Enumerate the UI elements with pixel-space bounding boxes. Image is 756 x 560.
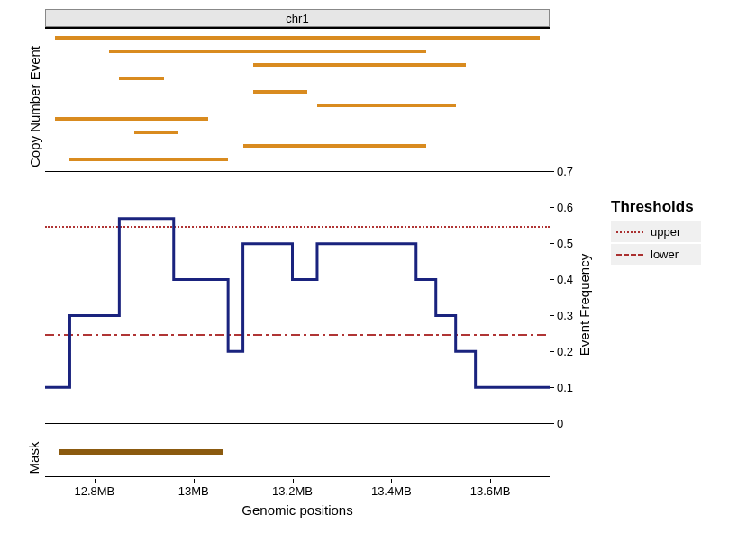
y-tick-label: 0 [557, 417, 563, 430]
right-y-axis: Event Frequency 00.10.20.30.40.50.60.7 [550, 9, 595, 549]
x-tick-label: 13MB [178, 484, 209, 498]
plot-column: chr1 Genomic positions 12.8MB13MB13.2MB1… [45, 9, 550, 549]
ylabel-copy-number: Copy Number Event [27, 44, 42, 170]
mask-segment [59, 449, 223, 455]
cnv-segment [253, 90, 307, 94]
y-tick [550, 423, 554, 424]
facet-strip: chr1 [45, 9, 550, 27]
legend-title: Thresholds [611, 198, 748, 216]
y-tick-label: 0.1 [557, 381, 573, 394]
y-tick [550, 243, 554, 244]
left-axis-labels: Copy Number Event Mask [9, 9, 45, 549]
panel-event-frequency [45, 171, 550, 423]
legend-label: upper [651, 225, 680, 239]
y-tick [550, 315, 554, 316]
strip-label: chr1 [286, 12, 308, 25]
frequency-step-line [45, 219, 550, 387]
x-tick [391, 479, 392, 483]
y-tick-label: 0.7 [557, 165, 573, 178]
y-tick [550, 279, 554, 280]
x-tick-label: 13.6MB [470, 484, 511, 498]
y-tick-label: 0.4 [557, 273, 573, 286]
cnv-segment [55, 36, 540, 40]
genomic-chart: Copy Number Event Mask chr1 Genomic posi… [9, 9, 756, 549]
legend-swatch-upper [616, 231, 643, 233]
x-tick [490, 479, 491, 483]
legend: Thresholds upperlower [595, 9, 748, 549]
ylabel-event-frequency: Event Frequency [577, 251, 592, 359]
panel-copy-number-event [45, 27, 550, 171]
y-tick [550, 387, 554, 388]
x-tick-label: 12.8MB [74, 484, 114, 498]
y-tick-label: 0.5 [557, 237, 573, 250]
cnv-segment [109, 50, 425, 53]
x-tick [95, 479, 96, 483]
y-tick-label: 0.6 [557, 201, 573, 214]
x-tick [293, 479, 294, 483]
y-tick [550, 207, 554, 208]
x-axis: Genomic positions 12.8MB13MB13.2MB13.4MB… [45, 477, 550, 522]
cnv-segment [55, 117, 208, 121]
x-axis-label: Genomic positions [45, 502, 550, 518]
y-tick [550, 351, 554, 352]
y-tick-label: 0.3 [557, 309, 573, 322]
y-tick-label: 0.2 [557, 345, 573, 358]
panel-mask [45, 423, 550, 477]
cnv-segment [317, 104, 456, 107]
legend-swatch-lower [616, 254, 643, 256]
cnv-segment [134, 131, 178, 134]
x-tick-label: 13.2MB [272, 484, 313, 498]
legend-label: lower [651, 248, 679, 261]
legend-item-upper: upper [611, 221, 701, 242]
cnv-segment [243, 144, 426, 148]
x-tick [194, 479, 195, 483]
step-line-svg [45, 172, 550, 423]
ylabel-mask: Mask [26, 436, 41, 481]
y-tick [550, 171, 554, 172]
cnv-segment [69, 158, 228, 161]
legend-item-lower: lower [611, 244, 701, 265]
cnv-segment [119, 77, 163, 80]
cnv-segment [253, 63, 466, 67]
x-tick-label: 13.4MB [371, 484, 412, 498]
